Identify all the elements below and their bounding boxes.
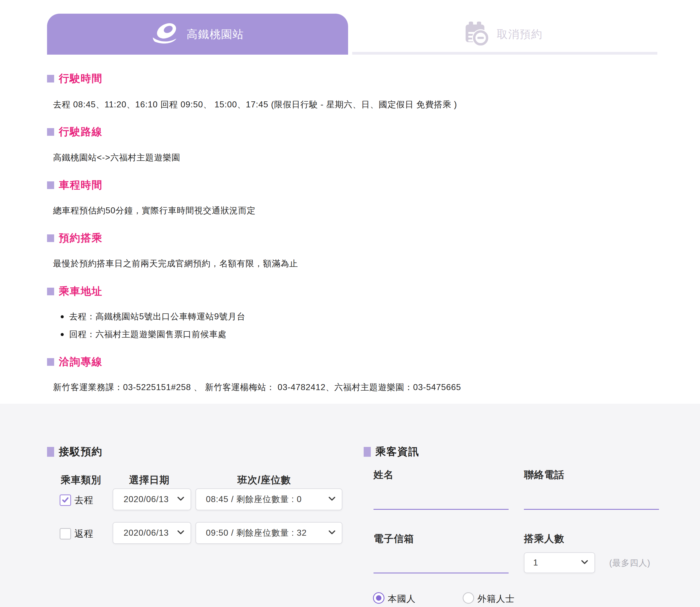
section-marker — [47, 234, 54, 242]
chevron-down-icon — [178, 530, 184, 536]
page: 高鐵桃園站 取消預約 行駛時間 去程 08:45、11:20、16:10 回程 … — [0, 0, 700, 607]
outbound-row-label: 去程 — [74, 494, 94, 506]
count-note: (最多四人) — [609, 557, 651, 569]
email-label: 電子信箱 — [374, 532, 414, 546]
section-heading-hotline: 洽詢專線 — [47, 355, 102, 369]
return-checkbox[interactable] — [60, 528, 71, 540]
booking-section-heading: 接駁預約 — [47, 445, 102, 459]
return-slot-select[interactable]: 09:50 / 剩餘座位數量 : 32 — [196, 522, 342, 544]
nationality-foreigner-label: 外籍人士 — [477, 593, 515, 605]
tab-label: 高鐵桃園站 — [187, 27, 244, 42]
outbound-date-select[interactable]: 2020/06/13 — [113, 488, 191, 510]
chevron-down-icon — [178, 497, 184, 502]
section-title: 車程時間 — [59, 178, 102, 192]
tab-underline-divider — [352, 52, 657, 55]
name-input[interactable] — [374, 493, 508, 510]
passenger-section-title: 乘客資訊 — [376, 445, 419, 459]
chevron-down-icon — [329, 530, 335, 536]
calendar-cancel-icon — [463, 20, 490, 48]
phone-input[interactable] — [524, 493, 659, 510]
bullet-dot — [61, 333, 64, 336]
section-heading-reservation: 預約搭乘 — [47, 231, 102, 245]
nationality-local-radio[interactable] — [373, 592, 384, 604]
nationality-local-label: 本國人 — [388, 593, 416, 605]
section-marker — [47, 447, 54, 457]
list-item-return-address: 回程：六福村主題遊樂園售票口前候車處 — [61, 329, 227, 340]
section-heading-route: 行駛路線 — [47, 125, 102, 139]
outbound-checkbox[interactable] — [60, 495, 71, 506]
count-label: 搭乘人數 — [524, 532, 564, 546]
section-title: 行駛路線 — [59, 125, 102, 139]
tab-cancel-reservation[interactable]: 取消預約 — [348, 14, 657, 55]
section-body-drive-time: 去程 08:45、11:20、16:10 回程 09:50、 15:00、17:… — [53, 99, 457, 110]
name-label: 姓名 — [374, 468, 394, 482]
section-body-duration: 總車程預估約50分鐘，實際行車時間視交通狀況而定 — [53, 205, 255, 216]
section-heading-duration: 車程時間 — [47, 178, 102, 192]
section-title: 乘車地址 — [59, 285, 102, 298]
phone-label: 聯絡電話 — [524, 468, 564, 482]
train-icon — [151, 22, 180, 46]
section-heading-boarding-address: 乘車地址 — [47, 285, 102, 298]
tab-hsr-taoyuan-station[interactable]: 高鐵桃園站 — [47, 14, 348, 55]
passenger-section-heading: 乘客資訊 — [364, 445, 419, 459]
section-body-hotline: 新竹客運業務課：03-5225151#258 、 新竹客運楊梅站： 03-478… — [53, 382, 461, 393]
section-heading-drive-time: 行駛時間 — [47, 71, 102, 85]
section-marker — [47, 358, 54, 366]
section-marker — [47, 75, 54, 83]
section-title: 洽詢專線 — [59, 355, 102, 369]
list-item-outbound-address: 去程：高鐵桃園站5號出口公車轉運站9號月台 — [61, 311, 245, 322]
column-header-slot-seats: 班次/座位數 — [237, 474, 291, 487]
section-title: 預約搭乘 — [59, 231, 102, 245]
booking-section-title: 接駁預約 — [59, 445, 102, 459]
column-header-ride-type: 乘車類別 — [61, 474, 101, 487]
section-body-route: 高鐵桃園站<->六福村主題遊樂園 — [53, 152, 180, 163]
return-row-label: 返程 — [74, 527, 94, 540]
section-marker — [47, 182, 54, 189]
chevron-down-icon — [581, 560, 588, 565]
tab-label: 取消預約 — [497, 27, 543, 42]
outbound-slot-select[interactable]: 08:45 / 剩餘座位數量 : 0 — [196, 488, 342, 510]
chevron-down-icon — [329, 497, 335, 502]
bullet-dot — [61, 315, 64, 318]
column-header-date: 選擇日期 — [129, 474, 169, 487]
section-body-reservation: 最慢於預約搭車日之前兩天完成官網預約，名額有限，額滿為止 — [53, 258, 298, 269]
radio-dot — [376, 595, 381, 601]
section-marker — [47, 288, 54, 295]
passenger-count-select[interactable]: 1 — [524, 552, 595, 573]
email-input[interactable] — [374, 556, 508, 573]
section-title: 行駛時間 — [59, 71, 102, 85]
section-marker — [47, 128, 54, 136]
nationality-foreigner-radio[interactable] — [463, 592, 474, 604]
section-marker — [364, 447, 371, 457]
return-date-select[interactable]: 2020/06/13 — [113, 522, 191, 544]
check-icon — [62, 497, 68, 503]
